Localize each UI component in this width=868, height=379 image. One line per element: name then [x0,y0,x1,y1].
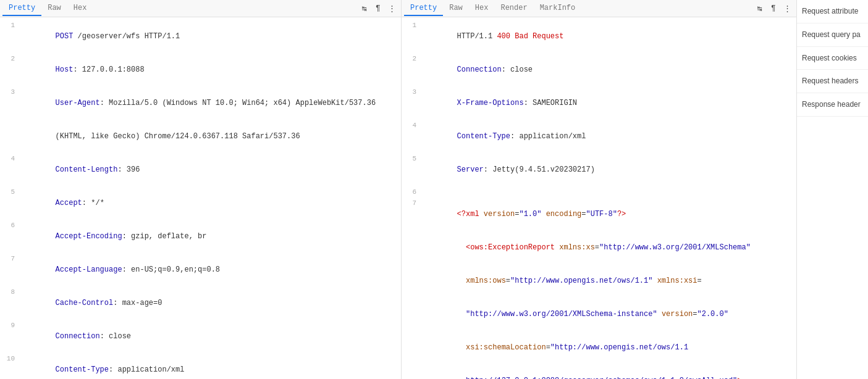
resp-line-7f: http://127.0.0.1:8088/geoserver/schemas/… [402,364,796,379]
newline-response-icon[interactable]: ¶ [767,2,780,15]
code-line-5: 5 Accept: */* [0,186,401,220]
tab-render-response[interactable]: Render [494,1,533,16]
resp-line-7d: "http://www.w3.org/2001/XMLSchema-instan… [402,298,796,331]
newline-icon[interactable]: ¶ [371,2,385,15]
code-line-1: 1 POST /geoserver/wfs HTTP/1.1 [0,20,401,53]
code-line-6: 6 Accept-Encoding: gzip, deflate, br [0,220,401,253]
resp-line-6: 6 [402,186,796,198]
menu-icon[interactable]: ⋮ [385,2,398,15]
response-tab-bar: Pretty Raw Hex Render MarkInfo ↹ ¶ ⋮ [402,0,796,17]
response-body: 1 HTTP/1.1 400 Bad Request 2 Connection:… [402,17,796,379]
tab-raw-request[interactable]: Raw [41,1,67,16]
tab-pretty-response[interactable]: Pretty [404,1,443,16]
tab-markinfo-response[interactable]: MarkInfo [534,1,582,16]
menu-response-icon[interactable]: ⋮ [780,2,794,15]
sidebar-item-request-cookies[interactable]: Request cookies [797,47,868,70]
resp-line-7a: 7 <?xml version="1.0" encoding="UTF-8"?> [402,198,796,231]
resp-line-7b: <ows:ExceptionReport xmlns:xs="http://ww… [402,231,796,264]
resp-line-4: 4 Content-Type: application/xml [402,120,796,153]
tab-hex-request[interactable]: Hex [67,1,93,16]
code-line-9: 9 Connection: close [0,320,401,353]
code-line-7: 7 Accept-Language: en-US;q=0.9,en;q=0.8 [0,253,401,286]
request-body: 1 POST /geoserver/wfs HTTP/1.1 2 Host: 1… [0,17,401,379]
tab-raw-response[interactable]: Raw [443,1,469,16]
response-panel: Pretty Raw Hex Render MarkInfo ↹ ¶ ⋮ 1 H… [402,0,797,379]
request-panel: Pretty Raw Hex ↹ ¶ ⋮ 1 POST /geoserver/w… [0,0,402,379]
code-line-10: 10 Content-Type: application/xml [0,353,401,379]
sidebar-item-request-attribute[interactable]: Request attribute [797,0,868,23]
sidebar-item-response-headers[interactable]: Response header [797,93,868,117]
resp-line-2: 2 Connection: close [402,53,796,86]
resp-line-7c: xmlns:ows="http://www.opengis.net/ows/1.… [402,264,796,298]
request-tab-bar: Pretty Raw Hex ↹ ¶ ⋮ [0,0,401,17]
sidebar-item-request-query-params[interactable]: Request query pa [797,23,868,47]
code-line-3a: 3 User-Agent: Mozilla/5.0 (Windows NT 10… [0,86,401,120]
tab-pretty-request[interactable]: Pretty [2,1,41,16]
code-line-8: 8 Cache-Control: max-age=0 [0,286,401,320]
code-line-3b: (KHTML, like Gecko) Chrome/124.0.6367.11… [0,120,401,153]
code-line-2: 2 Host: 127.0.0.1:8088 [0,53,401,86]
wrap-response-icon[interactable]: ↹ [753,2,767,15]
tab-hex-response[interactable]: Hex [469,1,495,16]
sidebar-panel: Request attribute Request query pa Reque… [797,0,868,379]
resp-line-3: 3 X-Frame-Options: SAMEORIGIN [402,86,796,120]
resp-line-7e: xsi:schemaLocation="http://www.opengis.n… [402,331,796,364]
sidebar-item-request-headers[interactable]: Request headers [797,70,868,93]
wrap-icon[interactable]: ↹ [358,2,371,15]
resp-line-5: 5 Server: Jetty(9.4.51.v20230217) [402,153,796,186]
code-line-4: 4 Content-Length: 396 [0,153,401,186]
resp-line-1: 1 HTTP/1.1 400 Bad Request [402,20,796,53]
